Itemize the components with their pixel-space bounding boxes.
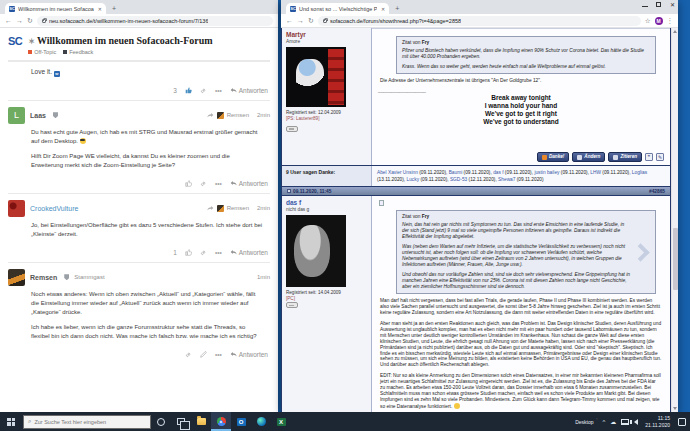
profile-avatar[interactable]: M [655, 17, 663, 25]
avatar-martyr[interactable] [286, 47, 346, 107]
taskbar-search[interactable]: ⌕ [23, 415, 151, 429]
more-actions-icon[interactable]: ••• [215, 87, 222, 94]
lock-icon [42, 19, 46, 23]
reload-icon[interactable]: ↻ [308, 17, 314, 24]
quote-author[interactable]: Fry [422, 214, 429, 219]
thanks-user-link[interactable]: SGD-53 [450, 177, 467, 182]
new-tab-button[interactable]: + [395, 5, 399, 12]
username-dasf[interactable]: das f [286, 199, 367, 206]
post-martyr-body: Zitat von Fry Pfizer und Biontech haben … [372, 28, 670, 165]
excel-icon: X [277, 418, 286, 426]
outlook-button[interactable]: O [231, 412, 251, 431]
reply-to-name[interactable]: Remsen [227, 112, 249, 118]
forward-icon[interactable]: → [297, 17, 304, 24]
search-input[interactable] [34, 419, 146, 425]
like-icon[interactable] [185, 180, 192, 187]
username-martyr[interactable]: Martyr [286, 31, 367, 38]
onedrive-cloud-icon[interactable]: ☁ [610, 418, 616, 425]
tab-title: Willkommen im neuen Sofacoa [18, 6, 94, 12]
tag-off-topic[interactable]: Off-Topic [28, 49, 56, 55]
danke-button[interactable]: Danke! [537, 152, 569, 162]
bookmark-star-icon[interactable]: ☆ [645, 17, 651, 25]
cortana-button[interactable] [151, 412, 171, 431]
start-button[interactable] [0, 412, 22, 431]
network-icon[interactable] [621, 419, 629, 425]
scrollbar-thumb[interactable] [673, 228, 678, 290]
thanks-user-link[interactable]: das f [493, 170, 503, 175]
file-explorer-button[interactable] [191, 412, 211, 431]
back-icon[interactable]: ← [286, 17, 293, 24]
more-actions-icon[interactable]: ••• [215, 351, 222, 358]
username-crookedvulture[interactable]: CrookedVulture [30, 205, 78, 212]
thanks-user-link[interactable]: LHW [590, 170, 601, 175]
page-scrollbar[interactable] [671, 28, 678, 412]
excel-button[interactable]: X [271, 412, 291, 431]
thanks-user-link[interactable]: Abel Xavier Unsinn [377, 170, 418, 175]
avatar-remsen[interactable] [8, 269, 25, 286]
menu-dots-icon[interactable]: ⋮ [667, 17, 674, 25]
minimize-button[interactable] [642, 3, 648, 7]
aendern-button[interactable]: Ändern [572, 152, 605, 162]
reply-button[interactable]: Antworten [230, 87, 268, 94]
address-bar-right[interactable]: sofacoach.de/forum/showthread.php?t=4&pa… [318, 16, 641, 26]
browser-tab-vbulletin[interactable]: SC Und sonst so ... Vielschichtige P ✕ [286, 3, 389, 14]
tray-desktop-label[interactable]: Desktop▫ [575, 419, 597, 425]
link-icon[interactable] [200, 87, 207, 94]
post-crookedvulture: CrookedVulture Remsen 2min Jo, bei Einst… [8, 194, 270, 263]
browser-tab-discourse[interactable]: SC Willkommen im neuen Sofacoa ✕ [5, 3, 106, 14]
tab-close-icon[interactable]: ✕ [98, 6, 102, 12]
like-icon[interactable] [185, 87, 192, 94]
thanks-user-link[interactable]: Loglias [632, 170, 647, 175]
reload-icon[interactable]: ↻ [27, 17, 33, 24]
thanks-user-link[interactable]: Baumi [449, 170, 463, 175]
link-icon[interactable] [200, 180, 207, 187]
task-view-button[interactable] [171, 412, 191, 431]
username-laas[interactable]: Laas [30, 112, 46, 119]
avatar-crookedvulture[interactable] [8, 200, 25, 217]
volume-icon[interactable] [634, 419, 638, 425]
site-logo[interactable]: SC [8, 35, 22, 55]
edge-button[interactable] [251, 412, 271, 431]
close-button[interactable]: ✕ [669, 1, 676, 8]
multiquote-button[interactable]: ❞ [645, 153, 653, 161]
topic-title[interactable]: ✶ Willkommen im neuen Sofacoach-Forum [28, 35, 212, 47]
signature: Break away tonight I wanna hold your han… [378, 94, 664, 127]
maximize-button[interactable] [656, 2, 661, 7]
action-center-icon[interactable] [678, 418, 686, 426]
thanks-user-link[interactable]: Lucky [407, 177, 420, 182]
like-icon[interactable] [185, 249, 192, 256]
zitieren-button[interactable]: Zitieren [608, 152, 642, 162]
reply-button[interactable]: Antworten [230, 249, 268, 256]
address-bar-left[interactable]: neu.sofacoach.de/t/willkommen-im-neuen-s… [37, 16, 273, 26]
forward-icon[interactable]: → [16, 17, 23, 24]
thanks-user-link[interactable]: Shewa7 [498, 177, 515, 182]
edit-pencil-icon[interactable] [200, 351, 207, 358]
tab-strip-left: SC Willkommen im neuen Sofacoa ✕ + [0, 0, 278, 14]
link-icon[interactable] [200, 249, 207, 256]
mini-avatar-remsen [217, 205, 224, 212]
post-laas: L Laas Remsen 2min Du hast echt gute Aug… [8, 101, 270, 194]
quickreply-button[interactable]: ✎ [656, 153, 664, 161]
thanks-user-link[interactable]: justin bailey [534, 170, 559, 175]
browser-window-discourse: SC Willkommen im neuen Sofacoa ✕ + ← → ↻… [0, 0, 278, 412]
avatar-laas[interactable]: L [8, 107, 25, 124]
clock[interactable]: 11:15 21.11.2020 [645, 415, 670, 428]
tag-feedback[interactable]: Feedback [63, 49, 93, 55]
link-icon[interactable] [185, 351, 192, 358]
chrome-button[interactable] [211, 412, 231, 431]
scroll-up-icon[interactable] [673, 30, 677, 33]
avatar-dasf[interactable] [286, 215, 346, 287]
username-remsen[interactable]: Remsen [30, 274, 57, 281]
show-hidden-icons[interactable]: ^ [603, 419, 606, 425]
new-tab-button[interactable]: + [112, 5, 116, 12]
reply-button[interactable]: Antworten [230, 351, 268, 358]
quote-author[interactable]: Fry [422, 40, 429, 45]
post-number-link[interactable]: #42865 [649, 189, 665, 194]
more-actions-icon[interactable]: ••• [215, 180, 222, 187]
tab-close-icon[interactable]: ✕ [381, 6, 385, 12]
reply-to-name[interactable]: Remsen [227, 205, 249, 211]
scroll-down-icon[interactable] [673, 407, 677, 410]
more-actions-icon[interactable]: ••• [215, 249, 222, 256]
reply-button[interactable]: Antworten [230, 180, 268, 187]
back-icon[interactable]: ← [5, 17, 12, 24]
